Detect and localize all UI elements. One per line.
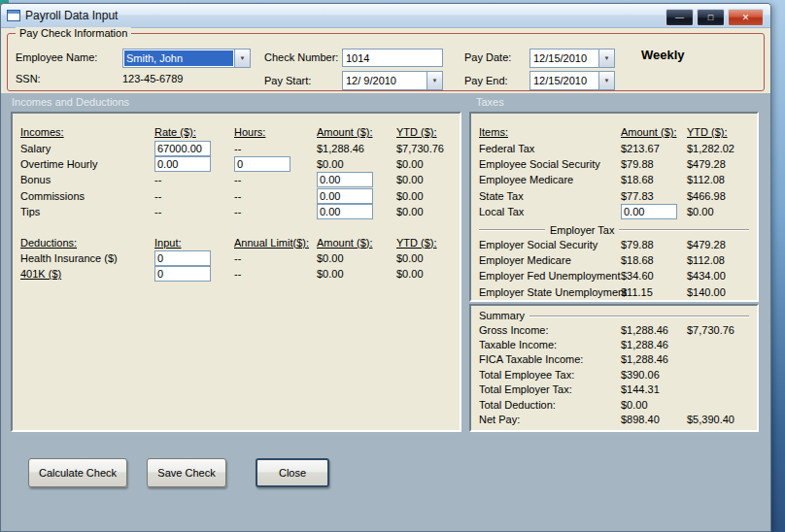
income-row-tips: Tips -- -- $0.00 xyxy=(20,204,460,219)
tax-ytd: $434.00 xyxy=(687,270,757,282)
tax-label: Employee Social Security xyxy=(479,158,621,170)
incomes-header-row: Incomes: Rate ($): Hours: Amount ($): YT… xyxy=(20,124,460,140)
chevron-down-icon[interactable]: ▼ xyxy=(598,50,614,67)
col-incomes: Incomes: xyxy=(20,126,154,138)
employer-tax-group-label: Employer Tax xyxy=(550,224,614,236)
income-rate: -- xyxy=(154,206,234,217)
summary-group-header: Summary xyxy=(479,309,749,322)
bonus-amount-input[interactable] xyxy=(317,172,373,187)
income-amount: $1,288.46 xyxy=(317,143,396,154)
income-rate: -- xyxy=(154,190,234,202)
summary-amount: $1,288.46 xyxy=(621,339,687,350)
close-icon: × xyxy=(742,11,749,24)
pay-date-label: Pay Date: xyxy=(464,51,511,63)
summary-panel: Summary Gross Income: $1,288.46 $7,730.7… xyxy=(469,304,759,432)
employee-name-label: Employee Name: xyxy=(16,51,97,63)
deduction-row-health-insurance: Health Insurance ($) -- $0.00 $0.00 xyxy=(20,250,460,266)
taxes-section-header: Taxes xyxy=(476,96,504,108)
deduction-label: Health Insurance ($) xyxy=(20,252,154,264)
minimize-button[interactable]: — xyxy=(666,9,694,26)
paycheck-info-label: Pay Check Information xyxy=(16,27,131,39)
summary-item-label: Net Pay: xyxy=(479,414,621,425)
tips-amount-input[interactable] xyxy=(317,204,373,219)
income-row-salary: Salary -- $1,288.46 $7,730.76 xyxy=(20,140,460,155)
check-number-input[interactable] xyxy=(342,49,443,67)
deduction-limit: -- xyxy=(234,252,317,264)
overtime-hours-input[interactable] xyxy=(234,156,290,172)
col-ytd: YTD ($): xyxy=(396,126,460,138)
deduction-ytd: $0.00 xyxy=(396,268,460,280)
incomes-deductions-panel: Incomes: Rate ($): Hours: Amount ($): YT… xyxy=(11,112,461,432)
tax-ytd: $479.28 xyxy=(687,158,757,170)
chevron-down-icon[interactable]: ▼ xyxy=(234,50,250,67)
pay-date-datepicker[interactable]: 12/15/2010 ▼ xyxy=(529,49,615,68)
local-tax-input[interactable] xyxy=(621,204,677,219)
employer-tax-divider: Employer Tax xyxy=(479,223,749,236)
summary-item-label: Gross Income: xyxy=(479,324,621,336)
calculate-check-button[interactable]: Calculate Check xyxy=(28,458,127,487)
income-hours: -- xyxy=(234,206,317,217)
summary-row-total-deduction: Total Deduction: $0.00 xyxy=(479,397,757,412)
tax-ytd: $112.08 xyxy=(687,174,757,185)
tax-row-state: State Tax $77.83 $466.98 xyxy=(479,188,757,204)
income-row-bonus: Bonus -- -- $0.00 xyxy=(20,172,460,187)
summary-ytd: $5,390.40 xyxy=(687,414,757,425)
taxes-header-row: Items: Amount ($): YTD ($): xyxy=(479,124,757,140)
income-label: Overtime Hourly xyxy=(20,158,154,170)
spacer xyxy=(20,219,460,234)
app-icon xyxy=(7,10,20,21)
summary-row-gross-income: Gross Income: $1,288.46 $7,730.76 xyxy=(479,322,757,337)
tax-label: Employer Fed Unemployment xyxy=(479,270,621,282)
pay-date-value: 12/15/2010 xyxy=(530,50,598,67)
col-amount: Amount ($): xyxy=(317,126,396,138)
tax-amount: $213.67 xyxy=(621,143,687,154)
maximize-button[interactable]: □ xyxy=(697,9,725,26)
tax-row-employee-medicare: Employee Medicare $18.68 $112.08 xyxy=(479,172,757,187)
save-check-button[interactable]: Save Check xyxy=(147,458,226,487)
summary-amount: $898.40 xyxy=(621,414,687,425)
income-label: Salary xyxy=(20,143,154,154)
close-button[interactable]: Close xyxy=(256,458,329,487)
col-items: Items: xyxy=(479,126,621,138)
income-hours: -- xyxy=(234,174,317,185)
summary-label: Summary xyxy=(479,310,525,321)
overtime-rate-input[interactable] xyxy=(154,156,211,172)
col-rate: Rate ($): xyxy=(154,126,234,138)
title-bar[interactable]: Payroll Data Input xyxy=(1,4,770,28)
pay-end-label: Pay End: xyxy=(464,75,508,86)
close-window-button[interactable]: × xyxy=(728,9,764,26)
col-amount: Amount ($): xyxy=(317,237,396,249)
col-amount: Amount ($): xyxy=(621,126,687,138)
tax-label: Employer State Unemployment xyxy=(479,286,621,298)
tax-row-employee-social-security: Employee Social Security $79.88 $479.28 xyxy=(479,156,757,172)
income-label: Commissions xyxy=(20,190,154,202)
income-ytd: $0.00 xyxy=(396,206,460,217)
commissions-amount-input[interactable] xyxy=(317,188,373,204)
col-deductions: Deductions: xyxy=(20,237,154,249)
income-label: Bonus xyxy=(20,174,154,185)
employee-name-combobox[interactable]: Smith, John ▼ xyxy=(122,49,251,68)
tax-label: State Tax xyxy=(479,190,621,202)
summary-row-fica-taxable-income: FICA Taxable Income: $1,288.46 xyxy=(479,352,757,367)
chevron-down-icon[interactable]: ▼ xyxy=(427,72,442,89)
health-insurance-input[interactable] xyxy=(154,250,211,266)
payroll-window: Payroll Data Input — □ × Pay Check Infor… xyxy=(0,3,771,532)
col-ytd: YTD ($): xyxy=(687,126,757,138)
chevron-down-icon[interactable]: ▼ xyxy=(598,72,614,89)
salary-rate-input[interactable] xyxy=(154,141,211,156)
income-row-overtime: Overtime Hourly $0.00 $0.00 xyxy=(20,156,460,172)
tax-row-employer-fed-unemployment: Employer Fed Unemployment $34.60 $434.00 xyxy=(479,268,757,283)
pay-end-datepicker[interactable]: 12/15/2010 ▼ xyxy=(529,71,615,90)
col-annual-limit: Annual Limit($): xyxy=(234,237,317,249)
summary-item-label: FICA Taxable Income: xyxy=(479,353,621,365)
tax-label: Local Tax xyxy=(479,206,621,217)
ssn-value: 123-45-6789 xyxy=(122,73,183,84)
tax-row-employer-social-security: Employer Social Security $79.88 $479.28 xyxy=(479,236,757,251)
tax-ytd: $1,282.02 xyxy=(687,143,757,154)
summary-item-label: Total Deduction: xyxy=(479,399,621,411)
deduction-row-401k: 401K ($) -- $0.00 $0.00 xyxy=(20,266,460,282)
deduction-label: 401K ($) xyxy=(20,268,154,280)
401k-input[interactable] xyxy=(154,266,211,282)
pay-start-datepicker[interactable]: 12/ 9/2010 ▼ xyxy=(342,71,443,90)
tax-amount: $77.83 xyxy=(621,190,687,202)
